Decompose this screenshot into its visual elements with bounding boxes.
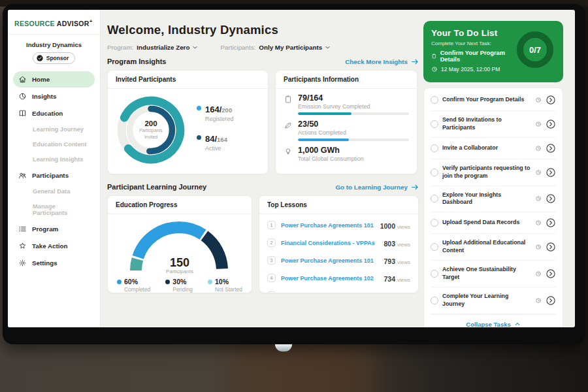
task-checkbox[interactable] — [431, 120, 438, 128]
sidebar-item-learning-insights[interactable]: Learning Insights — [13, 152, 95, 167]
todo-datetime: 12 May 2025, 12:00 PM — [441, 66, 500, 73]
program-dropdown-label: Program: — [107, 44, 133, 51]
collapse-tasks-link[interactable]: Collapse Tasks — [431, 314, 556, 328]
sidebar-item-label: Education — [32, 110, 63, 117]
sidebar-item-label: Take Action — [32, 242, 67, 250]
legend-dot — [197, 135, 201, 140]
legend-item-completed: 60% Completed — [117, 278, 150, 293]
lesson-link[interactable]: Financial Considerations - VPPAs — [281, 240, 378, 246]
sidebar-item-general-data[interactable]: General Data — [13, 184, 95, 199]
gauge-legend: 60% Completed 30% Pending 10% Not Starte… — [108, 274, 252, 293]
task-checkbox[interactable] — [431, 169, 438, 176]
task-row[interactable]: Upload Additional Educational Content — [431, 234, 556, 261]
lesson-views: 1000 — [380, 222, 395, 230]
education-progress-gauge: 150 Participants — [127, 217, 232, 274]
progress-bar — [298, 139, 409, 141]
clock-icon — [431, 66, 438, 73]
arrow-right-icon — [411, 59, 419, 65]
task-checkbox[interactable] — [431, 219, 438, 227]
task-row[interactable]: Achieve One Sustainability Target — [431, 261, 556, 287]
participants-dropdown[interactable]: Participants: Only My Participants — [220, 44, 331, 51]
sidebar-item-home[interactable]: Home — [13, 71, 95, 88]
legend-value: 164/ — [205, 105, 221, 114]
program-icon — [18, 225, 27, 233]
card-title: Participants Information — [276, 71, 417, 89]
chevron-right-icon[interactable] — [546, 269, 556, 279]
task-label: Invite a Collaborator — [442, 144, 531, 152]
chevron-right-icon[interactable] — [546, 95, 556, 105]
task-checkbox[interactable] — [431, 195, 438, 203]
sidebar-item-manage-participants[interactable]: Manage Participants — [13, 199, 95, 220]
chevron-up-icon — [514, 321, 521, 327]
lesson-link[interactable]: Power Purchase Agreements 101 — [281, 222, 375, 229]
chevron-right-icon[interactable] — [546, 218, 556, 228]
sidebar-item-education-content[interactable]: Education Content — [13, 137, 95, 152]
sidebar-item-insights[interactable]: Insights — [13, 88, 95, 105]
learning-cards-row: Education Progress 150 Participants 60% — [107, 195, 419, 293]
task-row[interactable]: Verify participants requesting to join t… — [431, 159, 556, 186]
chevron-right-icon[interactable] — [546, 295, 556, 306]
stat-row-consumption: 1,000 GWh Total Global Consumption — [284, 146, 409, 165]
sidebar-item-participants[interactable]: Participants — [13, 167, 95, 184]
lesson-link[interactable]: Power Purchase Agreements 103 — [281, 293, 378, 294]
views-suffix: views — [397, 277, 410, 283]
lesson-rank: 2 — [267, 238, 276, 247]
participants-information-card: Participants Information 79/164 Emission… — [275, 70, 417, 174]
sidebar-nav: Home Insights Education Learning Journey… — [8, 70, 100, 273]
task-row[interactable]: Complete Your Learning Journey — [431, 287, 556, 314]
check-more-insights-link[interactable]: Check More Insights — [345, 58, 419, 65]
participants-icon — [18, 171, 27, 180]
chevron-right-icon[interactable] — [546, 193, 556, 204]
lesson-link[interactable]: Power Purchase Agreements 101 — [281, 257, 378, 264]
chevron-right-icon[interactable] — [546, 119, 556, 129]
legend-label: Not Started — [215, 286, 242, 293]
sidebar-item-take-action[interactable]: Take Action — [13, 238, 95, 254]
clock-icon — [535, 195, 542, 202]
chevron-right-icon[interactable] — [546, 242, 556, 252]
task-row[interactable]: Send 50 Invitations to Participants — [431, 111, 556, 138]
task-checkbox[interactable] — [431, 297, 438, 304]
sidebar-item-program[interactable]: Program — [13, 221, 95, 237]
sidebar-item-label: Insights — [32, 93, 57, 100]
go-to-learning-journey-link[interactable]: Go to Learning Journey — [336, 184, 419, 191]
gauge-center-value: 150 — [127, 257, 232, 269]
lesson-row: 3 Power Purchase Agreements 101 793views — [267, 252, 410, 269]
lesson-views: 803 — [384, 240, 395, 248]
task-row[interactable]: Confirm Your Program Details — [431, 90, 556, 111]
chevron-right-icon[interactable] — [546, 143, 556, 154]
task-row[interactable]: Explore Your Insights Dashboard — [431, 186, 556, 213]
insights-icon — [18, 92, 27, 101]
legend-value: 84/ — [205, 134, 217, 144]
lesson-row: 1 Power Purchase Agreements 101 1000view… — [267, 216, 410, 234]
dashboard-screen: RESOURCE ADVISOR+ Industry Dynamics Spon… — [8, 10, 575, 327]
todo-counter: 0/7 — [515, 29, 555, 70]
donut-center-value: 200 — [144, 120, 157, 127]
clock-icon — [535, 270, 542, 277]
legend-denominator: 164 — [217, 136, 227, 143]
task-label: Upload Spend Data Records — [442, 219, 531, 227]
task-list-card: Confirm Your Program Details Send 50 Inv… — [423, 88, 563, 327]
learning-journey-header: Participant Learning Journey Go to Learn… — [107, 183, 419, 191]
lesson-rank: 1 — [267, 221, 276, 229]
task-checkbox[interactable] — [431, 96, 438, 104]
sidebar-item-label: Learning Journey — [33, 126, 84, 133]
stat-label: Total Global Consumption — [298, 155, 409, 162]
lesson-link[interactable]: Power Purchase Agreements 102 — [281, 275, 378, 282]
filters-row: Program: Industrialize Zero Participants… — [107, 44, 419, 51]
task-checkbox[interactable] — [431, 243, 438, 251]
program-dropdown[interactable]: Program: Industrialize Zero — [107, 44, 198, 51]
participants-dropdown-value: Only My Participants — [259, 44, 322, 51]
task-row[interactable]: Upload Spend Data Records — [431, 212, 556, 234]
task-checkbox[interactable] — [431, 270, 438, 278]
sidebar-item-learning-journey[interactable]: Learning Journey — [13, 122, 95, 137]
education-progress-card: Education Progress 150 Participants 60% — [107, 195, 252, 293]
legend-dot — [117, 280, 122, 284]
clipboard-icon — [431, 53, 437, 59]
sidebar-item-settings[interactable]: Settings — [13, 255, 95, 271]
sidebar-item-education[interactable]: Education — [13, 105, 95, 122]
task-row[interactable]: Invite a Collaborator — [431, 138, 556, 159]
lesson-views: 793 — [384, 257, 395, 265]
top-lessons-card: Top Lessons 1 Power Purchase Agreements … — [259, 195, 419, 293]
task-checkbox[interactable] — [431, 144, 438, 152]
chevron-right-icon[interactable] — [546, 167, 556, 178]
